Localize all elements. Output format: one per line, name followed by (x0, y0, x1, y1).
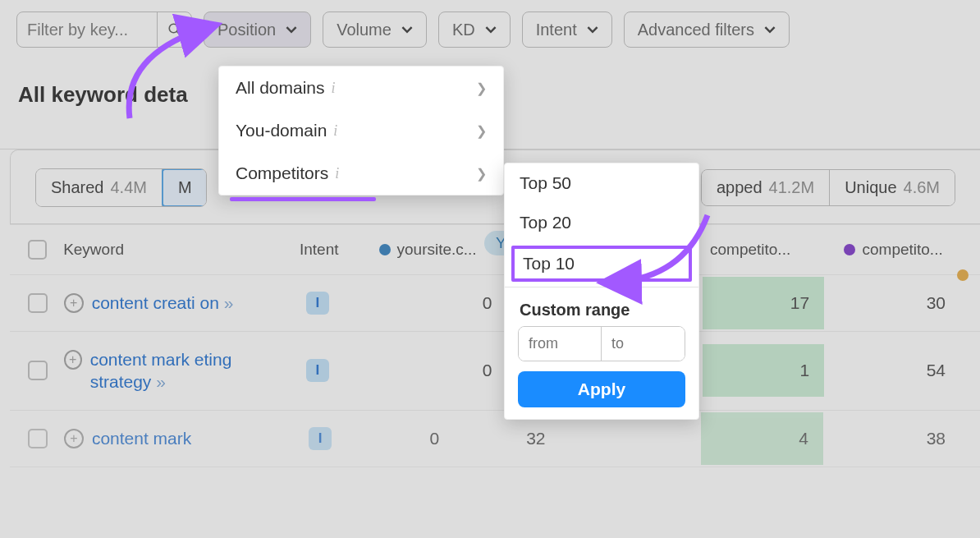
cell-value: 0 (390, 429, 456, 448)
range-from-input[interactable] (519, 327, 602, 361)
cell-value: 0 (387, 293, 509, 313)
col-competitor1[interactable]: competito... (710, 241, 827, 259)
intent-badge: I (306, 292, 329, 315)
table-row: + content creati on » I 0 17 30 (10, 275, 980, 332)
tab-untapped[interactable]: apped 41.2M (702, 170, 830, 205)
dd-top10[interactable]: Top 10 (511, 246, 692, 282)
table-row: + content mark I 0 32 4 38 (10, 411, 980, 467)
dd-competitors-label: Competitors (236, 163, 328, 183)
svg-line-1 (176, 31, 180, 34)
search-icon (167, 22, 182, 37)
filter-kd[interactable]: KD (438, 11, 511, 48)
row-checkbox[interactable] (28, 293, 48, 313)
dd-all-domains-label: All domains (236, 78, 325, 98)
col-yoursite[interactable]: yoursite.c... (379, 241, 497, 259)
search-button[interactable] (157, 12, 191, 47)
filter-intent[interactable]: Intent (522, 11, 612, 48)
chevron-down-icon (764, 24, 776, 35)
col-competitor2-label: competito... (862, 241, 942, 259)
info-icon: i (335, 165, 339, 182)
filter-volume[interactable]: Volume (323, 11, 427, 48)
keyword-tabset: Shared 4.4M M (35, 168, 207, 207)
filter-keyword-wrap[interactable] (16, 11, 192, 48)
tab-untapped-label: apped (717, 178, 762, 197)
cell-value: 4 (701, 412, 823, 465)
filter-position-label: Position (218, 21, 276, 39)
cell-value: 54 (840, 361, 962, 380)
chevron-down-icon (286, 24, 297, 35)
filter-volume-label: Volume (337, 21, 392, 39)
filter-position[interactable]: Position (204, 11, 311, 48)
highlight-underline (230, 197, 376, 201)
dd-all-domains[interactable]: All domains i ❯ (219, 67, 503, 109)
dd-custom-range-title: Custom range (505, 292, 698, 326)
row-checkbox[interactable] (28, 429, 48, 448)
keyword-link[interactable]: content mark eting strategy » (90, 348, 290, 393)
chevron-down-icon (485, 24, 497, 35)
col-yoursite-label: yoursite.c... (397, 241, 477, 259)
filter-intent-label: Intent (536, 21, 577, 39)
keyword-link[interactable]: content creati on » (92, 292, 234, 314)
filter-advanced-label: Advanced filters (638, 21, 754, 39)
keyword-link[interactable]: content mark (92, 427, 191, 449)
col-competitor2[interactable]: competito... (844, 241, 961, 259)
svg-point-0 (169, 24, 178, 33)
tab-unique-label: Unique (845, 178, 896, 197)
filter-kd-label: KD (452, 21, 475, 39)
cell-value: 0 (387, 361, 509, 380)
dd-you-domain-label: You-domain (236, 121, 327, 140)
chevron-right-icon: ❯ (476, 80, 487, 96)
dd-top50[interactable]: Top 50 (505, 163, 698, 203)
intent-badge: I (309, 427, 332, 450)
dot-icon (379, 244, 391, 255)
dd-top20[interactable]: Top 20 (505, 203, 698, 242)
position-dropdown: All domains i ❯ You-domain i ❯ Competito… (218, 66, 504, 195)
dd-competitors[interactable]: Competitors i ❯ (219, 152, 503, 195)
cell-value: 38 (840, 429, 962, 448)
tab-shared-label: Shared (51, 178, 104, 197)
info-icon: i (332, 80, 336, 97)
filter-advanced[interactable]: Advanced filters (624, 11, 790, 48)
tab-shared-count: 4.4M (111, 178, 147, 197)
tab-unique-count: 4.6M (904, 178, 940, 197)
tab-missing-label: M (178, 178, 192, 197)
col-keyword[interactable]: Keyword (63, 241, 283, 259)
chevron-down-icon (401, 24, 413, 35)
row-checkbox[interactable] (28, 361, 48, 380)
dd-you-domain[interactable]: You-domain i ❯ (219, 109, 503, 152)
select-all-checkbox[interactable] (28, 240, 47, 260)
keyword-tabset-right: apped 41.2M Unique 4.6M (701, 169, 955, 206)
expand-icon[interactable]: + (64, 293, 84, 313)
chevron-right-icon: ❯ (476, 166, 487, 182)
chevron-down-icon (587, 24, 598, 35)
cell-value: 17 (703, 277, 824, 329)
tab-missing[interactable]: M (162, 168, 207, 207)
apply-button[interactable]: Apply (518, 371, 685, 407)
tab-untapped-count: 41.2M (769, 178, 815, 197)
range-to-input[interactable] (602, 327, 685, 361)
cell-value: 1 (703, 344, 824, 397)
cell-value: 32 (472, 429, 561, 448)
col-intent[interactable]: Intent (300, 241, 363, 259)
chevron-right-icon: ❯ (476, 123, 487, 139)
col-competitor1-label: competito... (710, 241, 790, 259)
position-range-dropdown: Top 50 Top 20 Top 10 Custom range Apply (504, 163, 699, 420)
cell-value: 30 (840, 293, 962, 313)
tab-unique[interactable]: Unique 4.6M (830, 170, 955, 205)
expand-icon[interactable]: + (64, 350, 82, 370)
filter-keyword-input[interactable] (17, 21, 157, 39)
custom-range-inputs (518, 326, 685, 361)
info-icon: i (333, 122, 337, 140)
tab-shared[interactable]: Shared 4.4M (36, 169, 163, 206)
intent-badge: I (306, 359, 329, 382)
table-row: + content mark eting strategy » I 0 1 54 (10, 332, 980, 411)
dot-icon (844, 244, 855, 255)
expand-icon[interactable]: + (64, 429, 84, 448)
